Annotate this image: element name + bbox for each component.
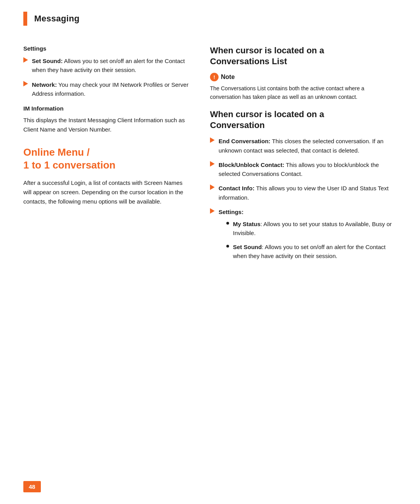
list-item: End Conversation: This closes the select…	[210, 137, 397, 155]
set-sound-sub-label: Set Sound	[233, 244, 262, 250]
settings-heading: Settings	[23, 45, 191, 52]
circle-bullet-icon	[226, 245, 229, 248]
note-box: ! Note The Conversations List contains b…	[210, 73, 397, 101]
note-header: ! Note	[210, 73, 397, 81]
list-item: Contact Info: This allows you to view th…	[210, 184, 397, 202]
online-menu-text: After a successful Login, a list of cont…	[23, 178, 191, 206]
im-info-heading: IM Information	[23, 105, 191, 112]
page-title: Messaging	[34, 14, 79, 24]
conversation-heading-line2: Conversation	[210, 120, 265, 130]
triangle-bullet-icon	[210, 161, 215, 167]
right-column: When cursor is located on a Conversation…	[210, 45, 397, 272]
set-sound-label: Set Sound:	[32, 58, 63, 64]
contact-info-label: Contact Info:	[219, 185, 254, 191]
conversation-list: End Conversation: This closes the select…	[210, 137, 397, 265]
set-sound-sub-item: Set Sound: Allows you to set on/off an a…	[233, 242, 397, 261]
online-menu-heading-line1: Online Menu /	[23, 146, 89, 158]
my-status-item: My Status: Allows you to set your status…	[233, 220, 397, 238]
content-columns: Settings Set Sound: Allows you to set on…	[0, 33, 420, 272]
block-unblock-label: Block/Unblock Contact:	[219, 162, 284, 168]
list-item: Block/Unblock Contact: This allows you t…	[210, 160, 397, 179]
page-number: 48	[23, 481, 41, 492]
triangle-bullet-icon	[210, 208, 215, 214]
list-item: Set Sound: Allows you to set on/off an a…	[23, 56, 191, 75]
block-unblock-item: Block/Unblock Contact: This allows you t…	[219, 160, 397, 179]
triangle-bullet-icon	[210, 137, 215, 143]
end-conversation-label: End Conversation:	[219, 138, 270, 144]
settings-label: Settings:	[219, 209, 243, 215]
contact-info-item: Contact Info: This allows you to view th…	[219, 184, 397, 202]
triangle-bullet-icon	[210, 184, 215, 190]
my-status-label: My Status	[233, 221, 261, 227]
note-text: The Conversations List contains both the…	[210, 84, 397, 101]
online-menu-heading-line2: 1 to 1 conversation	[23, 159, 116, 171]
list-item: My Status: Allows you to set your status…	[226, 220, 397, 238]
set-sound-item: Set Sound: Allows you to set on/off an a…	[32, 56, 191, 75]
settings-list: Set Sound: Allows you to set on/off an a…	[23, 56, 191, 98]
network-label: Network:	[32, 81, 57, 88]
conversations-list-heading: When cursor is located on a Conversation…	[210, 45, 397, 67]
list-item: Settings: My Status: Allows you to set y…	[210, 207, 397, 265]
left-column: Settings Set Sound: Allows you to set on…	[23, 45, 191, 272]
conversation-section: When cursor is located on a Conversation…	[210, 109, 397, 265]
triangle-bullet-icon	[23, 81, 28, 86]
online-menu-heading: Online Menu / 1 to 1 conversation	[23, 146, 191, 171]
network-item: Network: You may check your IM Network P…	[32, 80, 191, 98]
list-item: Set Sound: Allows you to set on/off an a…	[226, 242, 397, 261]
circle-bullet-icon	[226, 222, 229, 225]
note-icon: !	[210, 73, 219, 81]
conversation-heading-line1: When cursor is located on a	[210, 109, 324, 119]
conversations-list-heading-line1: When cursor is located on a	[210, 46, 324, 55]
page-header: Messaging	[0, 0, 420, 33]
settings-item: Settings: My Status: Allows you to set y…	[219, 207, 397, 265]
header-accent-bar	[23, 12, 27, 26]
conversation-heading: When cursor is located on a Conversation	[210, 109, 397, 130]
triangle-bullet-icon	[23, 57, 28, 63]
list-item: Network: You may check your IM Network P…	[23, 80, 191, 98]
settings-sub-list: My Status: Allows you to set your status…	[219, 220, 397, 260]
end-conversation-item: End Conversation: This closes the select…	[219, 137, 397, 155]
conversations-list-heading-line2: Conversations List	[210, 56, 287, 66]
im-info-text: This displays the Instant Messaging Clie…	[23, 116, 191, 134]
page-container: Messaging Settings Set Sound: Allows you…	[0, 0, 420, 504]
note-label: Note	[221, 74, 235, 81]
